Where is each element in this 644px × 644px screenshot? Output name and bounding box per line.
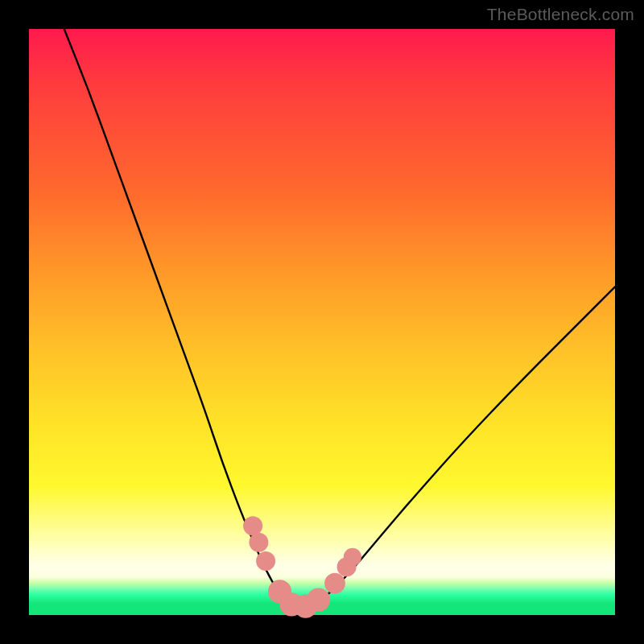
chart-canvas: TheBottleneck.com (0, 0, 644, 644)
watermark-text: TheBottleneck.com (487, 5, 634, 24)
plot-area (29, 29, 615, 615)
